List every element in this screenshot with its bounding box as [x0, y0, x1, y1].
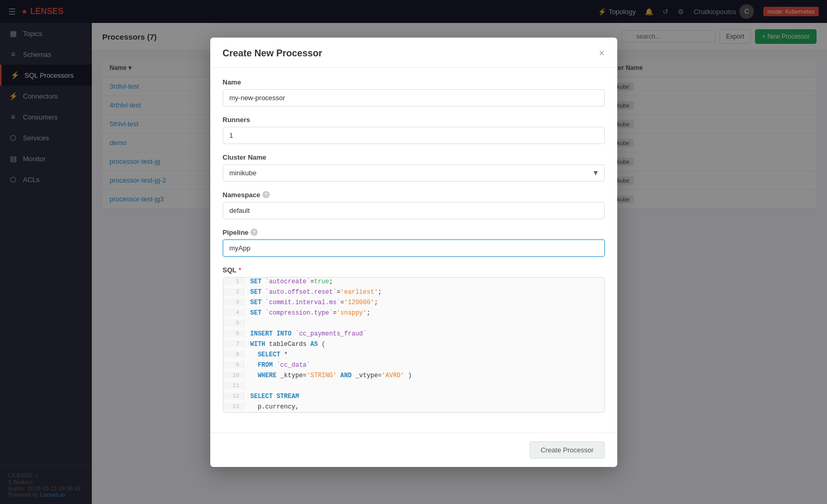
- line-number: 13: [223, 403, 244, 410]
- sql-line: 11: [223, 382, 604, 392]
- line-code: SET `auto.offset.reset`='earliest';: [244, 288, 388, 296]
- sql-label: SQL *: [223, 266, 605, 274]
- sql-line: 12SELECT STREAM: [223, 392, 604, 403]
- sql-required-marker: *: [238, 266, 241, 274]
- line-code: SELECT STREAM: [244, 392, 306, 401]
- name-form-group: Name: [223, 78, 605, 106]
- name-label: Name: [223, 78, 605, 86]
- sql-editor[interactable]: 1SET `autocreate`=true;2SET `auto.offset…: [223, 277, 605, 413]
- pipeline-input[interactable]: [223, 239, 605, 257]
- sql-line: 2SET `auto.offset.reset`='earliest';: [223, 288, 604, 298]
- line-code: WITH tableCards AS (: [244, 340, 332, 349]
- pipeline-form-group: Pipeline ?: [223, 229, 605, 257]
- modal-title: Create New Processor: [223, 48, 322, 59]
- line-code: SET `autocreate`=true;: [244, 278, 339, 286]
- line-code: INSERT INTO `cc_payments_fraud`: [244, 330, 373, 338]
- sql-form-group: SQL * 1SET `autocreate`=true;2SET `auto.…: [223, 266, 605, 413]
- sql-line: 10 WHERE _ktype='STRING' AND _vtype='AVR…: [223, 371, 604, 382]
- line-number: 4: [223, 309, 244, 316]
- line-number: 9: [223, 361, 244, 368]
- sql-line: 1SET `autocreate`=true;: [223, 278, 604, 288]
- line-number: 5: [223, 319, 244, 327]
- sql-line: 4SET `compression.type`='snappy';: [223, 309, 604, 319]
- line-number: 10: [223, 371, 244, 379]
- line-number: 7: [223, 340, 244, 347]
- namespace-help-icon[interactable]: ?: [262, 191, 270, 198]
- line-number: 1: [223, 278, 244, 285]
- modal-footer: Create Processor: [210, 433, 617, 467]
- sql-line: 7WITH tableCards AS (: [223, 340, 604, 351]
- sql-line: 3SET `commit.interval.ms`='120000';: [223, 298, 604, 309]
- runners-label: Runners: [223, 116, 605, 124]
- line-code: SET `compression.type`='snappy';: [244, 309, 377, 317]
- line-code: SELECT *: [244, 351, 294, 359]
- create-processor-button[interactable]: Create Processor: [530, 441, 604, 459]
- cluster-name-form-group: Cluster Name minikube ▼: [223, 153, 605, 182]
- line-code: [244, 319, 260, 328]
- runners-form-group: Runners: [223, 116, 605, 144]
- cluster-name-label: Cluster Name: [223, 153, 605, 161]
- line-code: WHERE _ktype='STRING' AND _vtype='AVRO' …: [244, 371, 418, 380]
- modal-overlay: Create New Processor × Name Runners: [0, 0, 827, 504]
- pipeline-label: Pipeline ?: [223, 229, 605, 236]
- line-number: 8: [223, 351, 244, 358]
- line-code: p.currency,: [244, 403, 306, 411]
- sql-line: 8 SELECT *: [223, 351, 604, 361]
- namespace-label: Namespace ?: [223, 191, 605, 199]
- line-code: FROM `cc_data`: [244, 361, 317, 369]
- name-input[interactable]: [223, 89, 605, 106]
- pipeline-help-icon[interactable]: ?: [250, 229, 258, 236]
- line-number: 6: [223, 330, 244, 337]
- cluster-name-select[interactable]: minikube: [223, 164, 605, 182]
- namespace-form-group: Namespace ?: [223, 191, 605, 219]
- line-number: 12: [223, 392, 244, 400]
- sql-line: 9 FROM `cc_data`: [223, 361, 604, 371]
- sql-line: 6INSERT INTO `cc_payments_fraud`: [223, 330, 604, 340]
- modal-body: Name Runners Cluster Name minikube: [210, 68, 617, 433]
- line-number: 2: [223, 288, 244, 295]
- sql-line: 5: [223, 319, 604, 330]
- namespace-input[interactable]: [223, 202, 605, 219]
- line-number: 11: [223, 382, 244, 389]
- create-processor-modal: Create New Processor × Name Runners: [210, 38, 617, 467]
- line-code: [244, 382, 260, 390]
- sql-line: 13 p.currency,: [223, 403, 604, 413]
- runners-input[interactable]: [223, 127, 605, 144]
- modal-header: Create New Processor ×: [210, 38, 617, 68]
- line-number: 3: [223, 298, 244, 306]
- line-code: SET `commit.interval.ms`='120000';: [244, 298, 385, 307]
- modal-close-button[interactable]: ×: [599, 48, 605, 59]
- cluster-select-wrapper: minikube ▼: [223, 164, 605, 182]
